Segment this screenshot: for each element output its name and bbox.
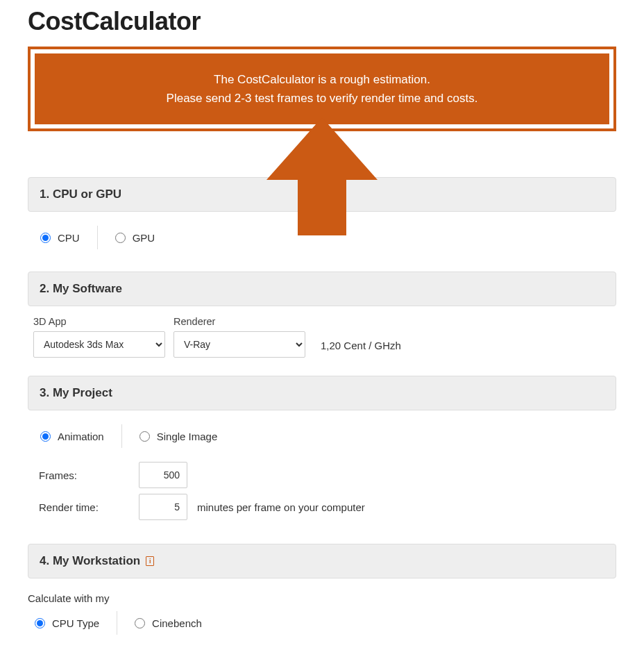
banner-line-2: Please send 2-3 test frames to verify re…	[49, 89, 595, 108]
radio-gpu-label: GPU	[133, 232, 155, 244]
app-label: 3D App	[33, 316, 165, 327]
radio-cpu-input[interactable]	[40, 233, 51, 243]
banner-line-1: The CostCalculator is a rough estimation…	[49, 70, 595, 89]
rendertime-input[interactable]	[139, 494, 187, 520]
section-cpu-gpu-header: 1. CPU or GPU	[28, 177, 616, 212]
radio-cpu-type-label: CPU Type	[52, 617, 99, 629]
section-heading: 3. My Project	[40, 386, 112, 400]
section-heading: 2. My Software	[40, 282, 122, 296]
section-cpu-gpu-body: CPU GPU	[28, 212, 616, 263]
radio-cinebench-input[interactable]	[135, 618, 145, 628]
radio-cinebench-label: Cinebench	[152, 617, 202, 629]
calc-with-label: Calculate with my	[28, 592, 611, 604]
frames-label: Frames:	[39, 469, 129, 481]
radio-single-image-input[interactable]	[139, 431, 150, 442]
info-icon[interactable]: i	[146, 556, 154, 566]
section-workstation-header: 4. My Workstation i	[28, 544, 616, 578]
section-software-body: 3D App Autodesk 3ds Max Renderer V-Ray 1…	[28, 306, 616, 367]
radio-cpu-type-input[interactable]	[35, 618, 45, 628]
rendertime-label: Render time:	[39, 501, 129, 513]
radio-single-image[interactable]: Single Image	[139, 431, 235, 442]
radio-cpu[interactable]: CPU	[40, 226, 98, 249]
warning-banner-inner: The CostCalculator is a rough estimation…	[35, 53, 609, 124]
radio-gpu[interactable]: GPU	[115, 232, 173, 244]
radio-cpu-label: CPU	[58, 232, 80, 244]
section-software-header: 2. My Software	[28, 272, 616, 306]
renderer-select[interactable]: V-Ray	[173, 331, 305, 358]
radio-animation[interactable]: Animation	[40, 424, 122, 448]
frames-input[interactable]	[139, 462, 187, 488]
section-heading: 1. CPU or GPU	[40, 188, 121, 201]
radio-cinebench[interactable]: Cinebench	[135, 617, 219, 629]
radio-gpu-input[interactable]	[115, 233, 126, 243]
price-text: 1,20 Cent / GHzh	[314, 340, 401, 358]
radio-single-image-label: Single Image	[157, 431, 218, 442]
radio-animation-label: Animation	[58, 431, 104, 442]
radio-cpu-type[interactable]: CPU Type	[35, 611, 117, 635]
renderer-label: Renderer	[173, 316, 305, 327]
app-select[interactable]: Autodesk 3ds Max	[33, 331, 165, 358]
radio-animation-input[interactable]	[40, 431, 51, 442]
section-project-header: 3. My Project	[28, 376, 616, 410]
rendertime-hint: minutes per frame on your computer	[197, 501, 365, 513]
section-workstation-body: Calculate with my CPU Type Cinebench Bra…	[28, 578, 616, 650]
warning-banner: The CostCalculator is a rough estimation…	[28, 47, 616, 131]
section-heading: 4. My Workstation	[40, 554, 140, 568]
section-project-body: Animation Single Image Frames: Render ti…	[28, 410, 616, 535]
page-title: CostCalculator	[28, 7, 616, 36]
